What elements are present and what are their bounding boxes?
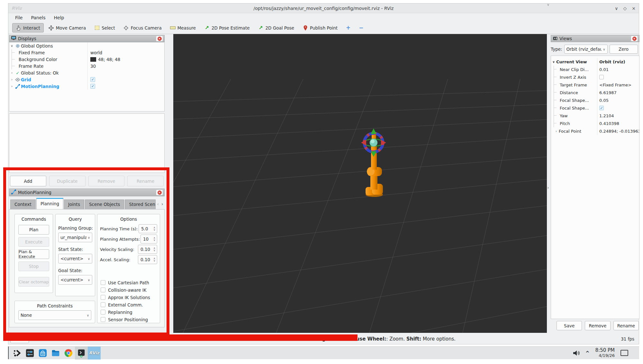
viewport-3d[interactable] — [173, 34, 547, 333]
views-tree: ∨Current View Orbit (rviz) Near Clip Di.… — [551, 56, 639, 319]
tool-label: Select — [102, 25, 115, 31]
show-desktop-button[interactable] — [620, 350, 628, 356]
expander-icon[interactable]: ∨ — [551, 60, 556, 64]
background-color-value: 48; 48; 48 — [98, 57, 120, 62]
view-row-yaw[interactable]: Yaw 1.2104 — [551, 112, 639, 120]
views-panel-title: Views — [559, 36, 631, 41]
property-label: Focal Shape... — [558, 106, 589, 111]
tool-2d-goal-pose[interactable]: ↗ 2D Goal Pose — [255, 23, 298, 32]
close-window-button[interactable]: × — [632, 6, 636, 11]
motionplanning-enabled-checkbox[interactable]: ✓ — [90, 84, 95, 89]
file-manager-button[interactable] — [49, 347, 62, 360]
tree-row-grid[interactable]: › Grid ✓ — [9, 76, 164, 83]
goal-arrow-icon: ↗ — [258, 25, 264, 31]
expander-icon[interactable]: › — [9, 84, 14, 88]
tool-label: Focus Camera — [131, 25, 162, 31]
view-row-distance[interactable]: Distance 6.61987 — [551, 89, 639, 96]
tray-chevron-icon[interactable]: ^ — [585, 350, 590, 356]
property-label: Near Clip Di... — [558, 67, 589, 72]
panel-expander-icon[interactable]: › — [547, 185, 549, 190]
grid-enabled-checkbox[interactable]: ✓ — [90, 77, 95, 82]
view-row-invert-z[interactable]: Invert Z Axis — [551, 73, 639, 81]
views-panel-header: Views × — [551, 35, 639, 42]
zero-button[interactable]: Zero — [610, 45, 638, 54]
interactive-marker[interactable] — [361, 129, 386, 157]
grid-floor — [173, 34, 547, 333]
minus-icon: − — [359, 25, 363, 31]
focal-shape-fixed-checkbox[interactable]: ✓ — [599, 106, 604, 110]
near-clip-value[interactable]: 0.01 — [597, 66, 639, 73]
rviz-taskbar-button[interactable]: RViz — [88, 347, 101, 360]
settings-app-button[interactable] — [23, 347, 36, 360]
tree-row-fixed-frame[interactable]: Fixed Frame world — [9, 49, 164, 56]
tool-move-camera[interactable]: Move Camera — [45, 23, 89, 32]
fps-counter: 31 fps — [621, 336, 634, 342]
tool-select[interactable]: Select — [91, 23, 119, 32]
tree-row-motionplanning[interactable]: › MotionPlanning ✓ — [9, 83, 164, 90]
add-tool-button[interactable]: + — [342, 23, 354, 32]
menu-file[interactable]: File — [11, 14, 27, 21]
pose-arrow-icon: ↗ — [204, 25, 210, 31]
view-row-current-view[interactable]: ∨Current View Orbit (rviz) — [551, 58, 639, 66]
app-launcher-button[interactable] — [11, 347, 23, 360]
expander-icon[interactable]: › — [9, 71, 14, 75]
view-row-near-clip[interactable]: Near Clip Di... 0.01 — [551, 66, 639, 73]
displays-close-button[interactable]: × — [156, 36, 163, 41]
volume-icon[interactable] — [573, 350, 580, 356]
tool-label: Publish Point — [310, 25, 338, 31]
rename-view-button[interactable]: Rename — [613, 321, 639, 330]
chrome-browser-button[interactable] — [62, 347, 75, 360]
terminal-icon — [77, 349, 86, 358]
view-row-target-frame[interactable]: Target Frame <Fixed Frame> — [551, 81, 639, 89]
yaw-value[interactable]: 1.2104 — [597, 112, 639, 120]
menu-panels[interactable]: Panels — [27, 14, 50, 21]
tree-row-frame-rate[interactable]: Frame Rate 30 — [9, 63, 164, 69]
tree-row-global-status[interactable]: › ✓ Global Status: Ok — [9, 69, 164, 76]
taskbar-clock[interactable]: 8:50 PM 4/19/26 — [595, 348, 615, 358]
tool-interact[interactable]: Interact — [12, 23, 44, 32]
expander-icon[interactable]: ∨ — [9, 44, 14, 48]
software-store-button[interactable] — [36, 347, 49, 360]
save-view-button[interactable]: Save — [557, 321, 582, 330]
distance-value[interactable]: 6.61987 — [597, 89, 639, 96]
views-close-button[interactable]: × — [631, 36, 638, 41]
target-frame-value[interactable]: <Fixed Frame> — [597, 81, 639, 89]
focal-shape-size-value[interactable]: 0.05 — [597, 96, 639, 104]
tool-publish-point[interactable]: Publish Point — [299, 23, 341, 32]
gear-icon — [14, 44, 21, 48]
chrome-icon — [64, 349, 73, 358]
tree-guide — [554, 73, 558, 81]
tree-guide — [554, 120, 558, 127]
frame-rate-value[interactable]: 30 — [87, 63, 164, 69]
tree-guide — [554, 66, 558, 73]
tool-2d-pose-estimate[interactable]: ↗ 2D Pose Estimate — [201, 23, 253, 32]
tree-row-global-options[interactable]: ∨ Global Options — [9, 42, 164, 49]
view-row-focal-shape-size[interactable]: Focal Shape... 0.05 — [551, 96, 639, 104]
property-label: Current View — [556, 59, 587, 64]
menu-help[interactable]: Help — [50, 14, 68, 21]
maximize-button[interactable]: ◇ — [623, 6, 627, 11]
focal-point-value[interactable]: 0.24894; -0.013963... — [597, 127, 639, 135]
expander-icon[interactable]: › — [9, 78, 14, 81]
pitch-value[interactable]: 0.410398 — [597, 120, 639, 127]
view-row-focal-shape-fixed[interactable]: Focal Shape... ✓ — [551, 104, 639, 112]
tool-label: Interact — [23, 25, 40, 31]
tool-label: Move Camera — [56, 25, 86, 31]
expander-icon[interactable]: › — [554, 129, 559, 133]
view-row-pitch[interactable]: Pitch 0.410398 — [551, 120, 639, 127]
tree-guide — [554, 81, 558, 89]
tool-focus-camera[interactable]: Focus Camera — [120, 23, 165, 32]
fixed-frame-value[interactable]: world — [87, 49, 164, 56]
property-label: Fixed Frame — [17, 50, 45, 55]
remove-tool-button[interactable]: − — [355, 23, 367, 32]
tool-measure[interactable]: Measure — [167, 23, 199, 32]
remove-view-button[interactable]: Remove — [585, 321, 610, 330]
view-row-focal-point[interactable]: ›Focal Point 0.24894; -0.013963... — [551, 127, 639, 135]
tool-label: 2D Pose Estimate — [212, 25, 249, 31]
view-type-dropdown[interactable]: Orbit (rviz_default∨ — [564, 45, 608, 54]
minimize-button[interactable]: ∨ — [615, 6, 618, 11]
terminal-app-button[interactable] — [75, 347, 88, 360]
tree-row-background-color[interactable]: Background Color 48; 48; 48 — [9, 56, 164, 63]
clock-time: 8:50 PM — [595, 348, 615, 353]
invert-z-checkbox[interactable] — [599, 75, 604, 79]
